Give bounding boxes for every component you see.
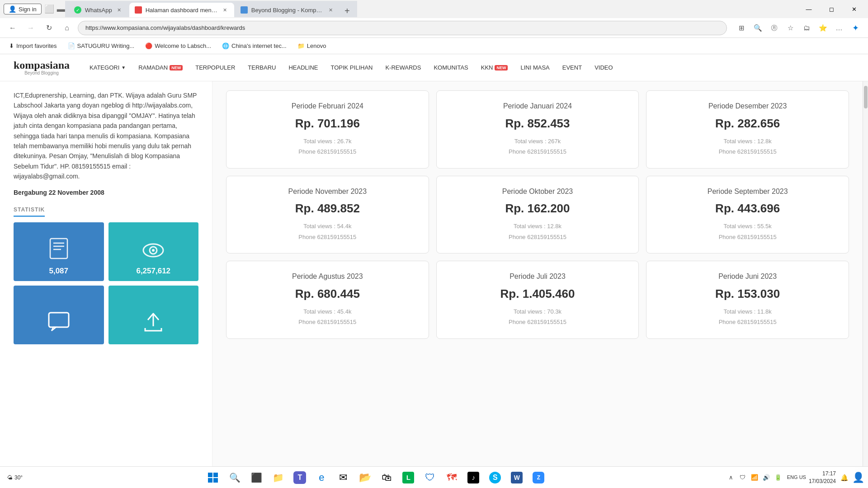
nav-komunitas[interactable]: KOMUNITAS — [427, 54, 474, 81]
volume-icon[interactable]: 🔊 — [761, 472, 772, 483]
language-indicator[interactable]: ENG US — [787, 474, 806, 480]
period-meta: Total views : 55.5kPhone 628159155515 — [656, 221, 840, 242]
minimize-button[interactable]: — — [798, 2, 819, 16]
tab-whatsapp[interactable]: ✓ WhatsApp ✕ — [69, 3, 128, 17]
restore-button[interactable]: ◻ — [821, 2, 842, 16]
bookmarks-bar: ⬇ Import favorites 📄 SATUGURU Writing...… — [0, 38, 868, 54]
maps-button[interactable]: 🗺 — [442, 468, 462, 488]
store-icon: 🛍 — [382, 472, 392, 483]
forward-button[interactable]: → — [24, 21, 38, 35]
nav-video[interactable]: VIDEO — [588, 54, 619, 81]
scrollbar[interactable] — [863, 81, 868, 481]
word-icon: W — [511, 472, 523, 483]
logo-text: kompasiana — [14, 60, 70, 70]
time-display[interactable]: 17:17 17/03/2024 — [809, 470, 836, 485]
task-view-button[interactable]: ⬛ — [246, 468, 266, 488]
profile-icon[interactable]: 👤 — [852, 472, 864, 483]
file-explorer-icon: 📁 — [273, 472, 284, 483]
zoom-button[interactable]: Z — [528, 468, 548, 488]
battery-icon[interactable]: 🔋 — [773, 472, 783, 483]
file-explorer-button[interactable]: 📁 — [268, 468, 288, 488]
word-button[interactable]: W — [507, 468, 527, 488]
favorites-icon[interactable]: ☆ — [783, 21, 797, 35]
nav-kkn[interactable]: KKN NEW — [475, 54, 514, 81]
edge-copilot-icon[interactable]: ✦ — [848, 21, 863, 35]
period-meta: Total views : 26.7kPhone 628159155515 — [236, 136, 420, 157]
nav-ramadan[interactable]: RAMADAN NEW — [132, 54, 189, 81]
nav-terbaru[interactable]: TERBARU — [241, 54, 282, 81]
tab-kompasiana-label: Halaman dashboard menulis - K... — [146, 7, 218, 14]
bookmark-satuguru-label: SATUGURU Writing... — [77, 42, 135, 49]
nav-event[interactable]: EVENT — [556, 54, 588, 81]
sign-in-button[interactable]: 👤 Sign in — [4, 4, 42, 14]
close-button[interactable]: ✕ — [844, 2, 864, 16]
svg-rect-9 — [213, 473, 218, 477]
site-logo[interactable]: kompasiana Beyond Blogging — [14, 60, 70, 75]
task-view-icon: ⬛ — [251, 472, 262, 483]
collections-icon[interactable]: 🗂 — [799, 21, 814, 35]
bookmark-import-favorites[interactable]: ⬇ Import favorites — [5, 41, 61, 51]
nav-headline[interactable]: HEADLINE — [282, 54, 324, 81]
articles-icon — [47, 237, 70, 265]
bookmark-lenovo[interactable]: 📁 Lenovo — [294, 41, 330, 51]
tab-beyond-blogging[interactable]: Beyond Blogging - Kompasiana... ✕ — [235, 3, 340, 17]
antivirus-icon[interactable]: 🛡 — [737, 472, 748, 483]
period-amount: Rp. 1.405.460 — [446, 287, 630, 301]
nav-terpopuler[interactable]: TERPOPULER — [189, 54, 241, 81]
new-tab-button[interactable]: + — [341, 5, 354, 17]
bookmark-labsch[interactable]: 🔴 Welcome to Labsch... — [142, 41, 215, 51]
nav-kategori[interactable]: KATEGORI ▼ — [83, 54, 132, 81]
launcher-button[interactable]: L — [398, 468, 418, 488]
taskbar: 🌤 30° 🔍 ⬛ 📁 T e — [0, 466, 868, 488]
period-card-7: Periode Juli 2023 Rp. 1.405.460 Total vi… — [436, 261, 639, 339]
files-button[interactable]: 📂 — [355, 468, 375, 488]
back-button[interactable]: ← — [5, 21, 20, 35]
tab-whatsapp-close[interactable]: ✕ — [116, 6, 123, 14]
sign-in-label: Sign in — [19, 6, 37, 13]
store-button[interactable]: 🛍 — [377, 468, 396, 488]
search-icon[interactable]: 🔍 — [750, 21, 765, 35]
search-taskbar-button[interactable]: 🔍 — [225, 468, 245, 488]
bookmark-satuguru[interactable]: 📄 SATUGURU Writing... — [64, 41, 138, 51]
sidebar-toggle-icon[interactable]: ▬ — [57, 5, 65, 14]
notification-bell[interactable]: 🔔 — [839, 472, 849, 483]
tab-whatsapp-label: WhatsApp — [85, 7, 112, 14]
read-aloud-icon[interactable]: ㊊ — [767, 21, 781, 35]
tiktok-button[interactable]: ♪ — [463, 468, 483, 488]
address-bar[interactable]: https://www.kompasiana.com/wijayalabs/da… — [78, 21, 727, 35]
extensions-icon[interactable]: ⬜ — [44, 4, 54, 14]
nav-lini-masa[interactable]: LINI MASA — [514, 54, 556, 81]
page-content: ICT,Eduprenership, Learning, dan PTK. Wi… — [0, 81, 868, 481]
more-tools-icon[interactable]: … — [832, 21, 846, 35]
weather-widget[interactable]: 🌤 30° — [4, 473, 26, 483]
network-icon[interactable]: 📶 — [749, 472, 760, 483]
malwarebytes-button[interactable]: 🛡 — [420, 468, 440, 488]
edge-button[interactable]: e — [311, 468, 331, 488]
lang-time-area: ENG US 17:17 17/03/2024 🔔 👤 — [787, 470, 864, 485]
teams-button[interactable]: T — [290, 468, 310, 488]
china-icon: 🌐 — [222, 42, 229, 49]
malwarebytes-icon: 🛡 — [425, 472, 435, 483]
nav-k-rewards[interactable]: K-REWARDS — [379, 54, 427, 81]
start-button[interactable] — [203, 468, 223, 488]
join-date: Bergabung 22 November 2008 — [14, 189, 198, 196]
site-nav: kompasiana Beyond Blogging KATEGORI ▼ RA… — [0, 54, 868, 81]
period-amount: Rp. 282.656 — [656, 117, 840, 131]
nav-topik-pilihan[interactable]: TOPIK PILIHAN — [324, 54, 379, 81]
mail-button[interactable]: ✉ — [333, 468, 353, 488]
tab-kompasiana-close[interactable]: ✕ — [222, 6, 229, 14]
period-card-1: Periode Januari 2024 Rp. 852.453 Total v… — [436, 90, 639, 169]
stat-card-articles: 5,087 — [14, 222, 104, 281]
home-button[interactable]: ⌂ — [60, 21, 74, 35]
show-hidden-icons[interactable]: ∧ — [726, 472, 736, 483]
favorites-bar-icon[interactable]: ⭐ — [816, 21, 830, 35]
skype-button[interactable]: S — [485, 468, 505, 488]
refresh-button[interactable]: ↻ — [42, 21, 56, 35]
scroll-thumb[interactable] — [864, 86, 868, 108]
tab-beyond-close[interactable]: ✕ — [327, 6, 335, 14]
bookmark-china[interactable]: 🌐 China's internet tec... — [218, 41, 290, 51]
views-count: 6,257,612 — [136, 267, 170, 276]
logo-subtitle: Beyond Blogging — [14, 70, 70, 75]
tab-kompasiana-dashboard[interactable]: Halaman dashboard menulis - K... ✕ — [129, 3, 234, 17]
splitscreen-icon[interactable]: ⊞ — [734, 21, 749, 35]
